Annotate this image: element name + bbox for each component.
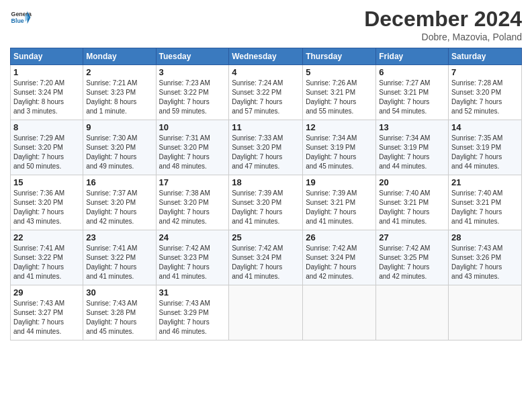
day-cell-11: 11Sunrise: 7:33 AMSunset: 3:20 PMDayligh…	[229, 120, 303, 175]
day-cell-28: 28Sunrise: 7:43 AMSunset: 3:26 PMDayligh…	[449, 230, 522, 285]
day-number: 11	[232, 122, 300, 132]
day-number: 28	[451, 232, 519, 242]
day-info: Sunrise: 7:43 AMSunset: 3:27 PMDaylight:…	[13, 300, 64, 335]
day-cell-2: 2Sunrise: 7:21 AMSunset: 3:23 PMDaylight…	[83, 65, 156, 120]
day-number: 15	[13, 177, 80, 187]
day-cell-6: 6Sunrise: 7:27 AMSunset: 3:21 PMDaylight…	[376, 65, 449, 120]
day-number: 12	[306, 122, 373, 132]
day-cell-17: 17Sunrise: 7:38 AMSunset: 3:20 PMDayligh…	[156, 175, 229, 230]
logo-icon: General Blue	[10, 7, 32, 28]
calendar-week-5: 29Sunrise: 7:43 AMSunset: 3:27 PMDayligh…	[11, 285, 522, 340]
day-number: 14	[451, 122, 519, 132]
day-cell-13: 13Sunrise: 7:34 AMSunset: 3:19 PMDayligh…	[376, 120, 449, 175]
day-cell-18: 18Sunrise: 7:39 AMSunset: 3:20 PMDayligh…	[229, 175, 303, 230]
col-header-monday: Monday	[83, 48, 156, 65]
day-number: 26	[306, 232, 373, 242]
day-number: 4	[232, 67, 300, 77]
header: General Blue December 2024 Dobre, Mazovi…	[10, 7, 522, 42]
day-number: 1	[13, 67, 80, 77]
day-number: 3	[159, 67, 226, 77]
day-number: 22	[13, 232, 80, 242]
day-info: Sunrise: 7:35 AMSunset: 3:19 PMDaylight:…	[451, 134, 502, 170]
col-header-sunday: Sunday	[11, 48, 83, 65]
day-info: Sunrise: 7:33 AMSunset: 3:20 PMDaylight:…	[232, 134, 283, 170]
day-info: Sunrise: 7:26 AMSunset: 3:21 PMDaylight:…	[306, 79, 357, 115]
day-info: Sunrise: 7:42 AMSunset: 3:23 PMDaylight:…	[159, 244, 210, 280]
col-header-wednesday: Wednesday	[229, 48, 303, 65]
day-number: 20	[379, 177, 445, 187]
page-container: General Blue December 2024 Dobre, Mazovi…	[0, 0, 532, 347]
day-cell-19: 19Sunrise: 7:39 AMSunset: 3:21 PMDayligh…	[303, 175, 376, 230]
day-info: Sunrise: 7:41 AMSunset: 3:22 PMDaylight:…	[13, 244, 64, 280]
svg-text:Blue: Blue	[11, 17, 24, 24]
day-number: 9	[86, 122, 152, 132]
empty-cell	[229, 285, 303, 340]
day-cell-10: 10Sunrise: 7:31 AMSunset: 3:20 PMDayligh…	[156, 120, 229, 175]
empty-cell	[376, 285, 449, 340]
day-number: 17	[159, 177, 226, 187]
col-header-thursday: Thursday	[303, 48, 376, 65]
day-cell-15: 15Sunrise: 7:36 AMSunset: 3:20 PMDayligh…	[11, 175, 83, 230]
day-info: Sunrise: 7:20 AMSunset: 3:24 PMDaylight:…	[13, 79, 64, 115]
day-number: 29	[13, 287, 80, 298]
day-cell-29: 29Sunrise: 7:43 AMSunset: 3:27 PMDayligh…	[11, 285, 83, 340]
day-info: Sunrise: 7:41 AMSunset: 3:22 PMDaylight:…	[86, 244, 137, 280]
day-info: Sunrise: 7:43 AMSunset: 3:29 PMDaylight:…	[159, 300, 210, 335]
day-cell-14: 14Sunrise: 7:35 AMSunset: 3:19 PMDayligh…	[449, 120, 522, 175]
day-info: Sunrise: 7:34 AMSunset: 3:19 PMDaylight:…	[379, 134, 430, 170]
day-cell-24: 24Sunrise: 7:42 AMSunset: 3:23 PMDayligh…	[156, 230, 229, 285]
calendar-header-row: SundayMondayTuesdayWednesdayThursdayFrid…	[11, 48, 522, 65]
day-cell-7: 7Sunrise: 7:28 AMSunset: 3:20 PMDaylight…	[449, 65, 522, 120]
day-cell-23: 23Sunrise: 7:41 AMSunset: 3:22 PMDayligh…	[83, 230, 156, 285]
day-cell-5: 5Sunrise: 7:26 AMSunset: 3:21 PMDaylight…	[303, 65, 376, 120]
day-cell-3: 3Sunrise: 7:23 AMSunset: 3:22 PMDaylight…	[156, 65, 229, 120]
day-number: 30	[86, 287, 152, 298]
day-info: Sunrise: 7:38 AMSunset: 3:20 PMDaylight:…	[159, 189, 210, 225]
day-info: Sunrise: 7:37 AMSunset: 3:20 PMDaylight:…	[86, 189, 137, 225]
day-info: Sunrise: 7:27 AMSunset: 3:21 PMDaylight:…	[379, 79, 430, 115]
calendar-week-3: 15Sunrise: 7:36 AMSunset: 3:20 PMDayligh…	[11, 175, 522, 230]
day-cell-1: 1Sunrise: 7:20 AMSunset: 3:24 PMDaylight…	[11, 65, 83, 120]
day-cell-20: 20Sunrise: 7:40 AMSunset: 3:21 PMDayligh…	[376, 175, 449, 230]
day-info: Sunrise: 7:42 AMSunset: 3:25 PMDaylight:…	[379, 244, 430, 280]
day-number: 19	[306, 177, 373, 187]
day-cell-26: 26Sunrise: 7:42 AMSunset: 3:24 PMDayligh…	[303, 230, 376, 285]
day-cell-9: 9Sunrise: 7:30 AMSunset: 3:20 PMDaylight…	[83, 120, 156, 175]
day-cell-8: 8Sunrise: 7:29 AMSunset: 3:20 PMDaylight…	[11, 120, 83, 175]
day-number: 16	[86, 177, 152, 187]
day-number: 8	[13, 122, 80, 132]
day-info: Sunrise: 7:39 AMSunset: 3:20 PMDaylight:…	[232, 189, 283, 225]
day-cell-22: 22Sunrise: 7:41 AMSunset: 3:22 PMDayligh…	[11, 230, 83, 285]
calendar-week-2: 8Sunrise: 7:29 AMSunset: 3:20 PMDaylight…	[11, 120, 522, 175]
logo: General Blue	[10, 7, 32, 28]
day-number: 25	[232, 232, 300, 242]
day-info: Sunrise: 7:40 AMSunset: 3:21 PMDaylight:…	[379, 189, 430, 225]
day-cell-30: 30Sunrise: 7:43 AMSunset: 3:28 PMDayligh…	[83, 285, 156, 340]
day-info: Sunrise: 7:31 AMSunset: 3:20 PMDaylight:…	[159, 134, 210, 170]
title-block: December 2024 Dobre, Mazovia, Poland	[364, 7, 522, 42]
day-cell-27: 27Sunrise: 7:42 AMSunset: 3:25 PMDayligh…	[376, 230, 449, 285]
day-number: 13	[379, 122, 445, 132]
day-cell-31: 31Sunrise: 7:43 AMSunset: 3:29 PMDayligh…	[156, 285, 229, 340]
day-number: 21	[451, 177, 519, 187]
day-info: Sunrise: 7:43 AMSunset: 3:28 PMDaylight:…	[86, 300, 137, 335]
day-number: 24	[159, 232, 226, 242]
empty-cell	[449, 285, 522, 340]
day-number: 18	[232, 177, 300, 187]
day-cell-12: 12Sunrise: 7:34 AMSunset: 3:19 PMDayligh…	[303, 120, 376, 175]
day-info: Sunrise: 7:29 AMSunset: 3:20 PMDaylight:…	[13, 134, 64, 170]
day-info: Sunrise: 7:36 AMSunset: 3:20 PMDaylight:…	[13, 189, 64, 225]
col-header-tuesday: Tuesday	[156, 48, 229, 65]
col-header-saturday: Saturday	[449, 48, 522, 65]
day-info: Sunrise: 7:21 AMSunset: 3:23 PMDaylight:…	[86, 79, 137, 115]
day-info: Sunrise: 7:28 AMSunset: 3:20 PMDaylight:…	[451, 79, 502, 115]
day-info: Sunrise: 7:30 AMSunset: 3:20 PMDaylight:…	[86, 134, 137, 170]
day-cell-25: 25Sunrise: 7:42 AMSunset: 3:24 PMDayligh…	[229, 230, 303, 285]
day-cell-4: 4Sunrise: 7:24 AMSunset: 3:22 PMDaylight…	[229, 65, 303, 120]
day-info: Sunrise: 7:23 AMSunset: 3:22 PMDaylight:…	[159, 79, 210, 115]
location-subtitle: Dobre, Mazovia, Poland	[364, 32, 522, 42]
day-number: 23	[86, 232, 152, 242]
day-number: 27	[379, 232, 445, 242]
empty-cell	[303, 285, 376, 340]
day-info: Sunrise: 7:40 AMSunset: 3:21 PMDaylight:…	[451, 189, 502, 225]
